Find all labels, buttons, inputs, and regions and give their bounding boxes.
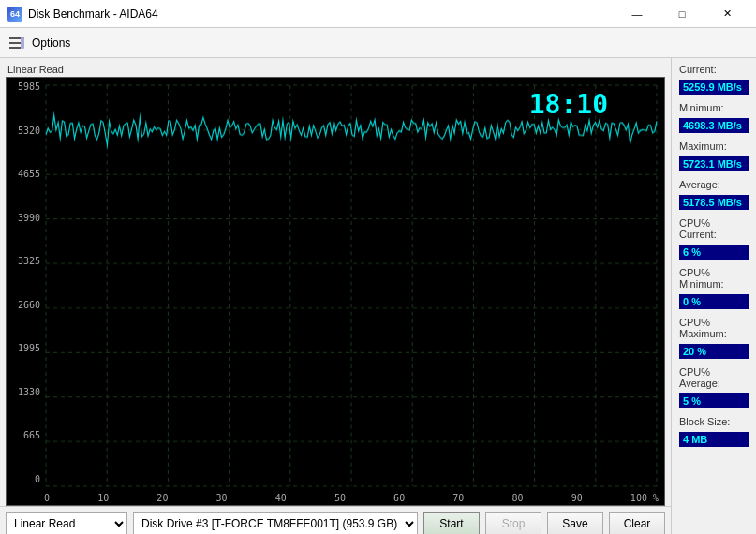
maximum-label: Maximum: [679, 141, 749, 152]
cpu-current-label: CPU% Current: [679, 217, 749, 240]
cpu-average-value: 5 % [679, 393, 749, 408]
y-label-3325: 3325 [18, 256, 40, 266]
minimum-label: Minimum: [679, 102, 749, 113]
x-label-10: 10 [97, 493, 109, 503]
y-label-3990: 3990 [18, 213, 40, 223]
block-size-value: 4 MB [679, 432, 749, 447]
chart-title: Linear Read [6, 64, 665, 75]
average-value: 5178.5 MB/s [679, 195, 749, 210]
disk-dropdown[interactable]: Disk Drive #3 [T-FORCE TM8FFE001T] (953.… [133, 512, 418, 535]
stop-button[interactable]: Stop [485, 512, 541, 535]
close-button[interactable]: ✕ [705, 0, 749, 28]
x-label-0: 0 [44, 493, 50, 503]
average-label: Average: [679, 179, 749, 190]
toolbar-icon [7, 34, 26, 52]
y-label-0: 0 [35, 474, 40, 484]
x-label-70: 70 [452, 493, 464, 503]
y-label-1995: 1995 [18, 343, 40, 353]
options-label: Options [32, 37, 70, 50]
save-button[interactable]: Save [547, 512, 603, 535]
chart-timestamp: 18:10 [529, 89, 608, 120]
chart-and-controls: Linear Read 5985 5320 4655 3990 3325 266… [0, 58, 671, 534]
x-label-60: 60 [393, 493, 405, 503]
cpu-average-label: CPU% Average: [679, 366, 749, 389]
y-label-5320: 5320 [18, 126, 40, 136]
y-label-4655: 4655 [18, 169, 40, 179]
x-label-20: 20 [156, 493, 168, 503]
clear-button[interactable]: Clear [609, 512, 665, 535]
svg-rect-3 [21, 37, 24, 49]
title-bar-left: 64 Disk Benchmark - AIDA64 [7, 7, 158, 22]
right-panel: Current: 5259.9 MB/s Minimum: 4698.3 MB/… [671, 58, 756, 534]
maximize-button[interactable]: □ [660, 0, 704, 28]
cpu-minimum-label: CPU% Minimum: [679, 267, 749, 289]
bottom-controls: Linear Read Disk Drive #3 [T-FORCE TM8FF… [0, 506, 671, 534]
cpu-current-value: 6 % [679, 245, 749, 260]
block-size-label: Block Size: [679, 416, 749, 427]
x-label-30: 30 [216, 493, 228, 503]
minimize-button[interactable]: — [615, 0, 659, 28]
chart-canvas [7, 78, 664, 505]
x-label-40: 40 [275, 493, 287, 503]
y-label-665: 665 [23, 430, 40, 440]
main-area: Linear Read 5985 5320 4655 3990 3325 266… [0, 58, 756, 534]
toolbar: Options [0, 28, 756, 58]
x-label-50: 50 [334, 493, 346, 503]
x-axis: 0 10 20 30 40 50 60 70 80 90 100 % [44, 493, 659, 503]
x-label-90: 90 [571, 493, 583, 503]
svg-rect-2 [9, 47, 21, 49]
y-axis: 5985 5320 4655 3990 3325 2660 1995 1330 … [8, 78, 42, 486]
window-title: Disk Benchmark - AIDA64 [28, 7, 158, 21]
cpu-maximum-label: CPU% Maximum: [679, 317, 749, 339]
y-label-2660: 2660 [18, 300, 40, 310]
chart-section: Linear Read 5985 5320 4655 3990 3325 266… [0, 58, 671, 506]
current-value: 5259.9 MB/s [679, 80, 749, 95]
cpu-minimum-value: 0 % [679, 294, 749, 309]
test-type-dropdown[interactable]: Linear Read [6, 512, 127, 535]
x-label-80: 80 [511, 493, 523, 503]
app-icon: 64 [7, 7, 22, 22]
start-button[interactable]: Start [423, 512, 480, 535]
maximum-value: 5723.1 MB/s [679, 156, 749, 171]
y-label-1330: 1330 [18, 387, 40, 397]
minimum-value: 4698.3 MB/s [679, 118, 749, 133]
chart-wrapper: 5985 5320 4655 3990 3325 2660 1995 1330 … [6, 77, 665, 506]
x-label-100: 100 % [630, 493, 659, 503]
current-label: Current: [679, 64, 749, 75]
cpu-maximum-value: 20 % [679, 344, 749, 359]
y-label-5985: 5985 [18, 82, 40, 92]
title-bar-controls: — □ ✕ [615, 0, 749, 28]
title-bar: 64 Disk Benchmark - AIDA64 — □ ✕ [0, 0, 756, 28]
